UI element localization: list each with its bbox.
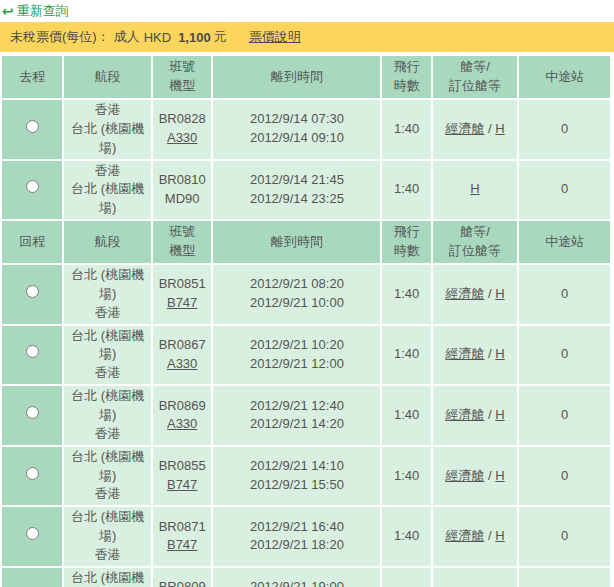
col-header-segment: 航段 <box>64 56 151 98</box>
segment-cell: 香港台北 (桃園機場) <box>64 100 151 159</box>
col-header-stops: 中途站 <box>519 221 610 263</box>
stops-cell: 0 <box>519 447 610 506</box>
booking-class-link[interactable]: H <box>495 286 504 301</box>
flight-select-cell <box>2 386 62 445</box>
fare-info-link[interactable]: 票價說明 <box>249 28 301 46</box>
flight-number-cell: BR0867A330 <box>153 326 211 385</box>
duration-cell: 1:40 <box>382 507 430 566</box>
stops-cell: 0 <box>519 161 610 220</box>
aircraft-type-link[interactable]: A330 <box>167 356 197 371</box>
booking-class-link[interactable]: H <box>470 181 479 196</box>
cabin-class-link[interactable]: 經濟艙 <box>445 121 484 136</box>
col-header-times: 離到時間 <box>213 56 380 98</box>
booking-class-link[interactable]: H <box>495 346 504 361</box>
duration-cell: 1:40 <box>382 161 430 220</box>
col-header-stops: 中途站 <box>519 56 610 98</box>
flight-select-cell <box>2 161 62 220</box>
times-cell: 2012/9/14 21:452012/9/14 23:25 <box>213 161 380 220</box>
stops-cell: 0 <box>519 326 610 385</box>
flight-select-radio[interactable] <box>26 180 39 193</box>
cabin-class-link[interactable]: 經濟艙 <box>445 528 484 543</box>
passenger-type: 成人 <box>114 28 140 46</box>
cabin-class-link[interactable]: 經濟艙 <box>445 407 484 422</box>
flight-number-cell: BR0851B747 <box>153 265 211 324</box>
stops-cell: 0 <box>519 507 610 566</box>
cabin-cell: 經濟艙 / H <box>433 326 518 385</box>
times-cell: 2012/9/21 12:402012/9/21 14:20 <box>213 386 380 445</box>
cabin-cell: 經濟艙 / H <box>433 100 518 159</box>
flight-number-cell: BR0855B747 <box>153 447 211 506</box>
booking-class-link[interactable]: H <box>495 407 504 422</box>
segment-cell: 台北 (桃園機場)香港 <box>64 507 151 566</box>
cabin-class-link[interactable]: 經濟艙 <box>445 286 484 301</box>
flight-row: 香港台北 (桃園機場)BR0810MD902012/9/14 21:452012… <box>2 161 610 220</box>
cabin-cell: H <box>433 568 518 587</box>
booking-class-link[interactable]: H <box>495 121 504 136</box>
booking-class-link[interactable]: H <box>495 528 504 543</box>
flight-number-cell: BR0810MD90 <box>153 161 211 220</box>
flight-number-cell: BR0869A330 <box>153 386 211 445</box>
fare-unit: 元 <box>214 28 227 46</box>
col-header-times: 離到時間 <box>213 221 380 263</box>
duration-cell: 1:40 <box>382 447 430 506</box>
segment-cell: 台北 (桃園機場)香港 <box>64 568 151 587</box>
aircraft-type-link[interactable]: A330 <box>167 416 197 431</box>
flight-select-radio[interactable] <box>26 120 39 133</box>
flight-row: 香港台北 (桃園機場)BR0828A3302012/9/14 07:302012… <box>2 100 610 159</box>
stops-cell: 0 <box>519 386 610 445</box>
duration-cell: 1:40 <box>382 568 430 587</box>
times-cell: 2012/9/21 14:102012/9/21 15:50 <box>213 447 380 506</box>
aircraft-type-link[interactable]: B747 <box>167 477 197 492</box>
fare-label: 未稅票價(每位)： <box>10 28 110 46</box>
flight-select-radio[interactable] <box>26 285 39 298</box>
aircraft-type-link[interactable]: A330 <box>167 130 197 145</box>
stops-cell: 0 <box>519 568 610 587</box>
times-cell: 2012/9/14 07:302012/9/14 09:10 <box>213 100 380 159</box>
col-header-segment: 航段 <box>64 221 151 263</box>
direction-header: 去程 <box>2 56 62 98</box>
duration-cell: 1:40 <box>382 265 430 324</box>
times-cell: 2012/9/21 10:202012/9/21 12:00 <box>213 326 380 385</box>
flight-number-cell: BR0809MD90 <box>153 568 211 587</box>
flight-select-radio[interactable] <box>26 467 39 480</box>
stops-cell: 0 <box>519 100 610 159</box>
section-header-row-return: 回程航段班號 機型離到時間飛行 時數艙等/ 訂位艙等中途站 <box>2 221 610 263</box>
aircraft-type-link[interactable]: B747 <box>167 537 197 552</box>
section-header-row-outbound: 去程航段班號 機型離到時間飛行 時數艙等/ 訂位艙等中途站 <box>2 56 610 98</box>
currency: HKD <box>144 30 171 45</box>
refresh-back-arrow-icon <box>2 4 14 18</box>
cabin-cell: 經濟艙 / H <box>433 507 518 566</box>
aircraft-type-link[interactable]: B747 <box>167 295 197 310</box>
flight-row: 台北 (桃園機場)香港BR0871B7472012/9/21 16:402012… <box>2 507 610 566</box>
flight-row: 台北 (桃園機場)香港BR0855B7472012/9/21 14:102012… <box>2 447 610 506</box>
flight-select-radio[interactable] <box>26 345 39 358</box>
fare-amount: 1,100 <box>178 30 211 45</box>
duration-cell: 1:40 <box>382 386 430 445</box>
cabin-cell: 經濟艙 / H <box>433 386 518 445</box>
requery-link[interactable]: 重新查詢 <box>0 0 614 22</box>
flight-number-cell: BR0871B747 <box>153 507 211 566</box>
col-header-duration: 飛行 時數 <box>382 56 430 98</box>
requery-label: 重新查詢 <box>17 2 69 20</box>
segment-cell: 台北 (桃園機場)香港 <box>64 326 151 385</box>
flight-row: 台北 (桃園機場)香港BR0851B7472012/9/21 08:202012… <box>2 265 610 324</box>
stops-cell: 0 <box>519 265 610 324</box>
flight-select-cell <box>2 100 62 159</box>
cabin-cell: H <box>433 161 518 220</box>
flight-select-cell <box>2 507 62 566</box>
cabin-class-link[interactable]: 經濟艙 <box>445 468 484 483</box>
direction-header: 回程 <box>2 221 62 263</box>
col-header-duration: 飛行 時數 <box>382 221 430 263</box>
col-header-flight-no-aircraft: 班號 機型 <box>153 221 211 263</box>
col-header-cabin: 艙等/ 訂位艙等 <box>433 221 518 263</box>
booking-class-link[interactable]: H <box>495 468 504 483</box>
flight-select-radio[interactable] <box>26 406 39 419</box>
times-cell: 2012/9/21 16:402012/9/21 18:20 <box>213 507 380 566</box>
flight-row: 台北 (桃園機場)香港BR0809MD902012/9/21 19:002012… <box>2 568 610 587</box>
flight-select-radio[interactable] <box>26 527 39 540</box>
cabin-cell: 經濟艙 / H <box>433 265 518 324</box>
flight-row: 台北 (桃園機場)香港BR0867A3302012/9/21 10:202012… <box>2 326 610 385</box>
cabin-class-link[interactable]: 經濟艙 <box>445 346 484 361</box>
flight-results-table: 去程航段班號 機型離到時間飛行 時數艙等/ 訂位艙等中途站香港台北 (桃園機場)… <box>0 54 612 587</box>
duration-cell: 1:40 <box>382 100 430 159</box>
